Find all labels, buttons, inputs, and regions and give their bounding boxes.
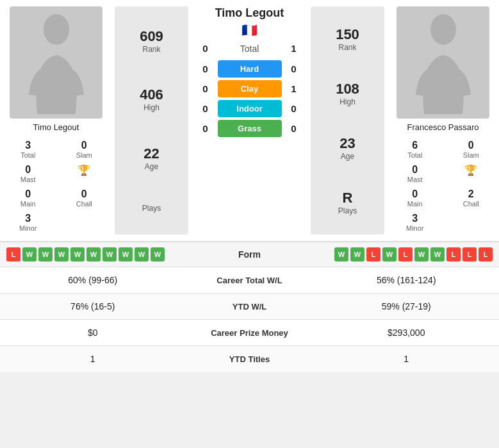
right-form-badge: L [479, 247, 493, 261]
left-minor-label: Minor [19, 224, 37, 232]
right-trophy-icon: 🏆 [464, 164, 477, 176]
left-trophy-main-cell: 🏆 [56, 162, 113, 186]
prize-row: $0 Career Prize Money $293,000 [0, 319, 499, 345]
left-form-badges: LWWWWWWWWW [6, 247, 165, 261]
ytd-titles-row: 1 YTD Titles 1 [0, 345, 499, 372]
left-silhouette-svg [28, 12, 85, 114]
right-minor-cell: 3 Minor [387, 210, 443, 235]
right-mast-label: Mast [407, 176, 423, 183]
right-plays-value: R [343, 190, 353, 206]
indoor-row: 0 Indoor 0 [193, 100, 306, 117]
left-high-label: High [143, 103, 160, 112]
right-high-label: High [339, 97, 356, 106]
right-mast-cell: 0 Mast [387, 162, 443, 186]
left-chall-label: Chall [76, 200, 92, 208]
left-minor-value: 3 [25, 213, 31, 224]
right-main-value: 0 [412, 188, 418, 200]
total-row: 0 Total 1 [199, 43, 301, 54]
main-container: Timo Legout 3 Total 0 Slam 0 Mast 🏆 [0, 0, 499, 372]
right-plays-label: Plays [338, 206, 357, 215]
left-total-value: 3 [25, 140, 31, 151]
right-total-cell: 6 Total [387, 137, 443, 162]
left-slam-cell: 0 Slam [56, 137, 113, 162]
left-chall-cell: 0 Chall [56, 186, 113, 210]
right-middle-stats: 150 Rank 108 High 23 Age R Plays [311, 6, 384, 235]
right-slam-cell: 0 Slam [443, 137, 500, 162]
indoor-button[interactable]: Indoor [218, 100, 282, 117]
grass-row: 0 Grass 0 [193, 120, 306, 137]
total-score-left: 0 [199, 43, 213, 54]
right-main-label: Main [407, 200, 423, 208]
right-mast-value: 0 [412, 164, 418, 176]
grass-button[interactable]: Grass [218, 120, 282, 137]
right-form-badge: L [398, 247, 413, 261]
ytd-titles-left: 1 [0, 346, 186, 372]
right-form-badges: WWLWLWWLLL [334, 247, 493, 261]
ytd-wl-row: 76% (16-5) YTD W/L 59% (27-19) [0, 293, 499, 319]
left-rank-value: 609 [140, 28, 163, 45]
left-chall-value: 0 [81, 188, 87, 200]
svg-point-0 [44, 14, 69, 45]
hard-row: 0 Hard 0 [193, 60, 306, 78]
left-form-badge: W [119, 247, 133, 261]
left-age-label: Age [145, 162, 158, 171]
stats-table: 60% (99-66) Career Total W/L 56% (161-12… [0, 267, 499, 372]
right-form-badge: W [334, 247, 348, 261]
career-wl-left: 60% (99-66) [0, 267, 186, 293]
form-label: Form [231, 249, 269, 260]
hard-button[interactable]: Hard [218, 60, 282, 78]
right-plays-block: R Plays [338, 186, 357, 219]
svg-point-1 [430, 14, 456, 45]
left-high-value: 406 [140, 87, 163, 103]
left-avatar-silhouette [10, 6, 102, 119]
left-slam-label: Slam [76, 151, 92, 159]
left-form-badge: W [102, 247, 117, 261]
left-form-badge: W [22, 247, 37, 261]
career-wl-label: Career Total W/L [186, 268, 314, 293]
ytd-wl-left: 76% (16-5) [0, 294, 186, 319]
player-right-card: Francesco Passaro 6 Total 0 Slam 0 Mast … [387, 6, 499, 235]
right-rank-block: 150 Rank [336, 22, 359, 56]
left-form-badge: W [135, 247, 149, 261]
surface-rows: 0 Hard 0 0 Clay 1 0 Indoor 0 0 Grass [193, 60, 306, 137]
indoor-score-left: 0 [199, 103, 213, 114]
left-main-label: Main [20, 200, 36, 208]
left-stats-grid: 3 Total 0 Slam 0 Mast 🏆 0 Main [0, 137, 112, 235]
right-chall-value: 2 [468, 188, 474, 200]
left-form-badge: W [151, 247, 165, 261]
players-section: Timo Legout 3 Total 0 Slam 0 Mast 🏆 [0, 0, 499, 242]
right-age-label: Age [341, 152, 354, 161]
left-player-name: Timo Legout [33, 122, 79, 132]
left-mast-label: Mast [20, 176, 36, 183]
right-total-value: 6 [412, 140, 418, 151]
right-silhouette-svg [414, 12, 472, 114]
grass-score-left: 0 [199, 123, 213, 134]
right-chall-label: Chall [463, 200, 479, 208]
left-slam-value: 0 [81, 140, 87, 151]
prize-label: Career Prize Money [186, 320, 314, 345]
right-form-badge: W [350, 247, 364, 261]
hard-score-left: 0 [199, 63, 213, 74]
left-age-block: 22 Age [143, 142, 159, 175]
left-player-avatar [10, 6, 102, 119]
right-trophy-main-cell: 🏆 [443, 162, 500, 186]
prize-right: $293,000 [314, 320, 500, 345]
right-stats-grid: 6 Total 0 Slam 0 Mast 🏆 0 Main [387, 137, 499, 235]
grass-score-right: 0 [287, 123, 301, 134]
indoor-score-right: 0 [287, 103, 301, 114]
prize-left: $0 [0, 320, 186, 345]
left-total-label: Total [20, 151, 35, 159]
left-form-badge: W [54, 247, 69, 261]
right-form-badge: W [414, 247, 429, 261]
ytd-wl-label: YTD W/L [186, 294, 314, 319]
right-avatar-silhouette [397, 6, 489, 119]
left-age-value: 22 [143, 145, 159, 162]
hard-score-right: 0 [287, 63, 301, 74]
match-center: Timo Legout 🇫🇷 0 Total 1 0 Hard 0 0 Clay… [191, 6, 308, 235]
left-form-badge: L [6, 247, 20, 261]
right-rank-value: 150 [336, 26, 359, 43]
right-chall-cell: 2 Chall [443, 186, 500, 210]
left-form-badge: W [86, 247, 101, 261]
right-form-badge: W [430, 247, 445, 261]
clay-button[interactable]: Clay [218, 80, 282, 97]
